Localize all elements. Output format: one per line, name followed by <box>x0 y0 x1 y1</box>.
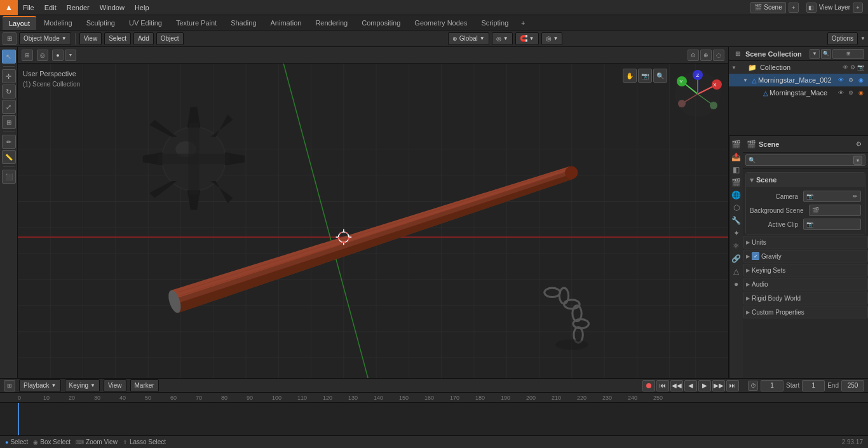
camera-value[interactable]: 📷 ✏ <box>803 191 861 202</box>
outliner-filter-btn[interactable]: ▼ <box>810 49 820 59</box>
frame-clock-btn[interactable]: ⏱ <box>748 381 758 391</box>
measure-tool-btn[interactable]: 📏 <box>2 150 16 164</box>
outliner-item-morningstar-mace-002[interactable]: ▼ △ Morningstar_Mace_002 👁 ⚙ ◉ <box>729 74 868 86</box>
child-select-icon[interactable]: ◉ <box>857 88 865 97</box>
world-prop-btn[interactable]: 🌐 <box>731 189 742 201</box>
playback-menu-btn[interactable]: Playback ▼ <box>19 379 61 392</box>
gizmo-toggle-btn[interactable]: ⊙ <box>688 50 699 61</box>
viewport-content[interactable]: User Perspective (1) Scene Collection X … <box>18 64 728 378</box>
xray-toggle-btn[interactable]: ◌ <box>713 50 724 61</box>
scene-collection-row[interactable]: ▼ 📁 Collection 👁 ⚙ 📷 <box>729 61 868 74</box>
menu-file[interactable]: File <box>18 0 39 15</box>
annotate-tool-btn[interactable]: ✏ <box>2 135 16 149</box>
custom-props-header[interactable]: ▶ Custom Properties <box>743 306 867 318</box>
shading-dropdown-btn[interactable]: ▼ <box>65 50 76 61</box>
view-menu-btn[interactable]: View <box>79 32 102 45</box>
properties-search-input[interactable] <box>757 154 851 166</box>
viewport-nav-btn[interactable]: ✋ <box>623 69 637 83</box>
transform-tool-btn[interactable]: ⊞ <box>2 115 16 129</box>
options-btn[interactable]: Options <box>827 32 858 45</box>
view-layer-prop-btn[interactable]: ◧ <box>731 164 742 175</box>
viewlayer-new-btn[interactable]: + <box>853 3 863 13</box>
item-visibility-icon[interactable]: 👁 <box>836 76 845 85</box>
object-prop-btn[interactable]: ⬡ <box>731 202 742 214</box>
overlay-toggle-btn[interactable]: ⊕ <box>700 50 712 61</box>
keying-menu-btn[interactable]: Keying ▼ <box>65 379 100 392</box>
navigation-gizmo[interactable]: X Y Z <box>672 69 723 119</box>
play-btn[interactable]: ▶ <box>698 380 711 391</box>
transform-dropdown[interactable]: ⊕ Global ▼ <box>448 32 489 45</box>
move-tool-btn[interactable]: ✛ <box>2 69 16 83</box>
viewport-zoom-btn[interactable]: 🔍 <box>653 69 667 83</box>
end-frame-input[interactable]: 250 <box>841 380 864 391</box>
physics-prop-btn[interactable]: ⚛ <box>731 240 742 252</box>
next-keyframe-btn[interactable]: ▶▶ <box>712 380 725 391</box>
pivot-btn[interactable]: ◎ ▼ <box>492 32 513 45</box>
filter-btn[interactable]: ▼ <box>853 156 862 165</box>
child-render-icon[interactable]: ⚙ <box>846 88 855 97</box>
timeline-editor-type-btn[interactable]: ⊞ <box>4 380 15 391</box>
gravity-checkbox[interactable]: ✓ <box>752 252 759 260</box>
timeline-scroll-area[interactable] <box>0 403 868 435</box>
tab-texture-paint[interactable]: Texture Paint <box>170 16 223 30</box>
item-render-icon[interactable]: ⚙ <box>846 76 855 85</box>
outliner-arrow-icon[interactable]: ▼ <box>743 78 750 83</box>
object-mode-dropdown[interactable]: Object Mode ▼ <box>19 32 71 45</box>
add-menu-btn[interactable]: Add <box>133 32 154 45</box>
marker-menu-btn[interactable]: Marker <box>130 379 159 392</box>
constraints-prop-btn[interactable]: 🔗 <box>731 253 742 264</box>
menu-window[interactable]: Window <box>95 0 130 15</box>
particle-prop-btn[interactable]: ✦ <box>731 227 742 239</box>
render-prop-btn[interactable]: 🎬 <box>731 139 742 150</box>
snapping-btn[interactable]: 🧲 ▼ <box>515 32 539 45</box>
select-tool-btn[interactable]: ↖ <box>2 50 16 64</box>
shading-solid-btn[interactable]: ● <box>52 50 64 61</box>
tab-compositing[interactable]: Compositing <box>355 16 407 30</box>
start-frame-input[interactable]: 1 <box>802 380 825 391</box>
tab-scripting[interactable]: Scripting <box>475 16 515 30</box>
tab-sculpting[interactable]: Sculpting <box>80 16 121 30</box>
scene-prop-btn[interactable]: 🎬 <box>731 177 742 188</box>
outliner-search-btn[interactable]: 🔍 <box>821 49 831 59</box>
modifier-prop-btn[interactable]: 🔧 <box>731 215 742 226</box>
viewport-camera-btn[interactable]: 📷 <box>638 69 652 83</box>
add-cube-btn[interactable]: ⬛ <box>2 170 16 184</box>
audio-header[interactable]: ▶ Audio <box>743 278 867 290</box>
menu-help[interactable]: Help <box>130 0 154 15</box>
menu-edit[interactable]: Edit <box>39 0 62 15</box>
properties-settings-btn[interactable]: ⚙ <box>853 139 864 150</box>
editor-type-btn[interactable]: ⊞ <box>3 32 17 45</box>
restriction-toggle-1[interactable]: 👁 <box>843 64 848 71</box>
material-prop-btn[interactable]: ● <box>731 278 742 290</box>
tab-rendering[interactable]: Rendering <box>309 16 354 30</box>
jump-start-btn[interactable]: ⏮ <box>656 380 669 391</box>
tab-modeling[interactable]: Modeling <box>37 16 79 30</box>
scene-section-header[interactable]: ▶ Scene <box>746 173 865 187</box>
viewport-editor-type-btn[interactable]: ⊞ <box>22 50 33 61</box>
scale-tool-btn[interactable]: ⤢ <box>2 100 16 114</box>
restriction-toggle-2[interactable]: ⚙ <box>850 64 855 71</box>
camera-edit-icon[interactable]: ✏ <box>853 193 858 200</box>
item-select-icon[interactable]: ◉ <box>857 76 865 85</box>
background-scene-value[interactable]: 🎬 <box>809 205 861 216</box>
units-header[interactable]: ▶ Units <box>743 236 867 248</box>
object-menu-btn[interactable]: Object <box>156 32 184 45</box>
tab-layout[interactable]: Layout <box>3 16 36 30</box>
viewlayer-selector-btn[interactable]: ◧ <box>806 3 817 13</box>
tab-uv-editing[interactable]: UV Editing <box>123 16 168 30</box>
outliner-item-morningstar-mace[interactable]: ▶ △ Morningstar_Mace 👁 ⚙ ◉ <box>729 86 868 99</box>
keying-sets-header[interactable]: ▶ Keying Sets <box>743 264 867 276</box>
scene-selector[interactable]: 🎬 Scene <box>750 2 785 13</box>
outliner-sort-btn[interactable]: ⊞ <box>832 49 864 59</box>
menu-render[interactable]: Render <box>62 0 95 15</box>
play-back-btn[interactable]: ◀ <box>684 380 697 391</box>
proportional-btn[interactable]: ◎ ▼ <box>541 32 563 45</box>
tab-animation[interactable]: Animation <box>264 16 308 30</box>
jump-end-btn[interactable]: ⏭ <box>726 380 739 391</box>
output-prop-btn[interactable]: 📤 <box>731 151 742 163</box>
restriction-toggle-3[interactable]: 📷 <box>857 64 864 71</box>
child-visibility-icon[interactable]: 👁 <box>836 88 845 97</box>
view-menu-btn-tl[interactable]: View <box>104 379 126 392</box>
tab-add-btn[interactable]: + <box>516 16 530 30</box>
rotate-tool-btn[interactable]: ↻ <box>2 85 16 98</box>
